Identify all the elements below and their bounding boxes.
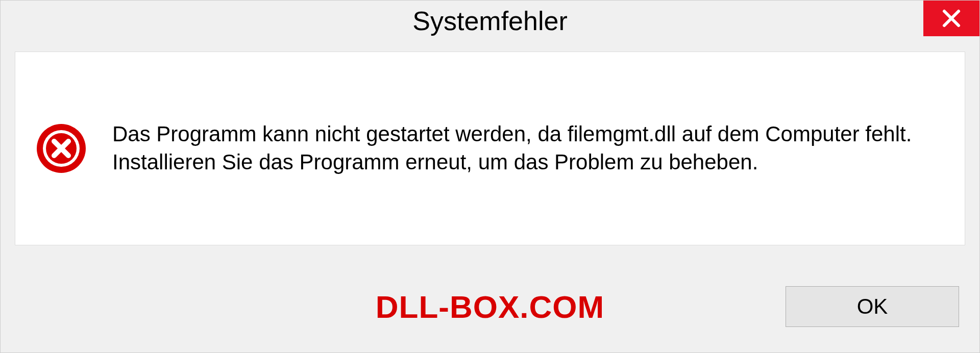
error-message: Das Programm kann nicht gestartet werden… bbox=[112, 120, 944, 176]
close-icon bbox=[941, 8, 962, 29]
dialog-footer: DLL-BOX.COM OK bbox=[1, 261, 979, 352]
dialog-title: Systemfehler bbox=[412, 6, 567, 36]
error-icon bbox=[36, 123, 87, 174]
close-button[interactable] bbox=[923, 1, 979, 36]
watermark-text: DLL-BOX.COM bbox=[376, 289, 604, 325]
error-dialog: Systemfehler Das Programm kann nicht ges… bbox=[0, 0, 980, 353]
content-panel: Das Programm kann nicht gestartet werden… bbox=[15, 52, 965, 245]
titlebar: Systemfehler bbox=[1, 1, 979, 41]
ok-button[interactable]: OK bbox=[786, 286, 959, 327]
